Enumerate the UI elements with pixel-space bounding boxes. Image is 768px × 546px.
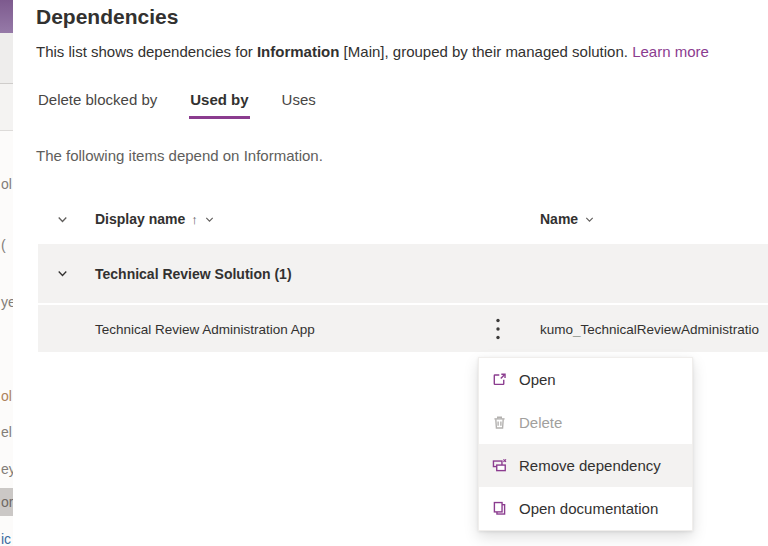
tab-uses[interactable]: Uses — [281, 85, 317, 119]
chevron-down-icon — [584, 214, 595, 225]
background-text-fragment: ey — [1, 461, 13, 477]
background-text-fragment: ye — [1, 294, 13, 310]
menu-item-label: Open documentation — [519, 500, 658, 517]
learn-more-link[interactable]: Learn more — [632, 43, 709, 60]
background-text-fragment: or — [1, 494, 13, 510]
menu-item-open[interactable]: Open — [479, 358, 692, 401]
display-name-cell: Technical Review Administration App — [95, 321, 315, 336]
subtitle-entity-name: Information — [257, 43, 340, 60]
dependencies-panel: Dependencies This list shows dependencie… — [13, 0, 768, 546]
table-header-row: Display name ↑ Name — [38, 200, 768, 238]
context-menu: Open Delete — [478, 357, 693, 531]
background-band — [0, 84, 13, 130]
table-row[interactable]: Technical Review Administration App kumo… — [38, 305, 768, 352]
background-text-fragment: ol — [1, 388, 12, 404]
column-header-name[interactable]: Name — [540, 200, 595, 238]
row-more-commands-button[interactable] — [488, 315, 508, 343]
subtitle: This list shows dependencies for Informa… — [36, 43, 768, 60]
vertical-ellipsis-icon — [496, 318, 500, 340]
background-page-sliver: ol ( ye ol el ey or ic — [0, 0, 13, 546]
subtitle-suffix: [Main], grouped by their managed solutio… — [339, 43, 632, 60]
background-text-fragment: ol — [1, 176, 12, 192]
column-header-label: Name — [540, 211, 578, 227]
remove-dependency-icon — [491, 457, 508, 474]
list-description: The following items depend on Informatio… — [36, 147, 323, 164]
background-text-fragment: ic — [1, 531, 11, 546]
menu-item-label: Remove dependency — [519, 457, 661, 474]
background-text-fragment: el — [1, 424, 12, 440]
expand-collapse-all-chevron-icon[interactable] — [55, 212, 69, 226]
tab-bar: Delete blocked by Used by Uses — [37, 85, 317, 119]
delete-icon — [491, 414, 508, 431]
dependencies-screen: ol ( ye ol el ey or ic Dependencies This… — [0, 0, 768, 546]
table-group-row[interactable]: Technical Review Solution (1) — [38, 244, 768, 303]
column-header-display-name[interactable]: Display name ↑ — [95, 200, 215, 238]
open-documentation-icon — [491, 500, 508, 517]
group-row-label: Technical Review Solution (1) — [95, 266, 292, 282]
divider — [0, 130, 13, 131]
open-icon — [491, 371, 508, 388]
column-header-label: Display name — [95, 211, 185, 227]
collapse-group-chevron-icon[interactable] — [55, 267, 69, 281]
subtitle-prefix: This list shows dependencies for — [36, 43, 257, 60]
menu-item-remove-dependency[interactable]: Remove dependency — [479, 444, 692, 487]
background-text-fragment: ( — [1, 237, 6, 253]
name-cell: kumo_TechnicalReviewAdministratio — [540, 321, 766, 336]
menu-item-open-documentation[interactable]: Open documentation — [479, 487, 692, 530]
page-title: Dependencies — [36, 5, 178, 29]
tab-delete-blocked-by[interactable]: Delete blocked by — [37, 85, 158, 119]
chevron-down-icon — [204, 214, 215, 225]
background-band — [0, 33, 13, 83]
menu-item-label: Open — [519, 371, 556, 388]
menu-item-label: Delete — [519, 414, 562, 431]
background-accent-block — [0, 0, 13, 33]
tab-used-by[interactable]: Used by — [189, 85, 249, 119]
sort-ascending-icon: ↑ — [191, 212, 198, 227]
menu-item-delete[interactable]: Delete — [479, 401, 692, 444]
